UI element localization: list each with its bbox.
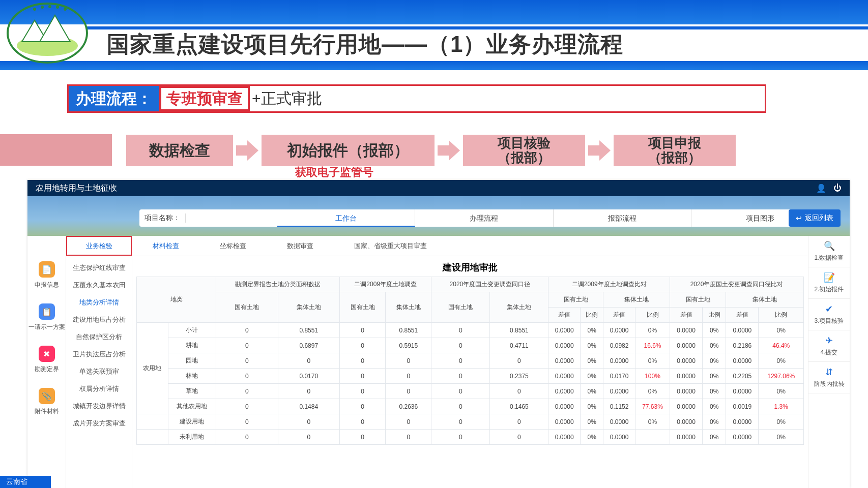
action-icon: ✈ [825,335,833,346]
svg-point-7 [56,6,59,9]
rail1-icon: 📋 [39,303,55,320]
flow-bar: 办理流程： 专班预审查 +正式审批 [67,84,766,113]
action-3[interactable]: ✈4.提交 [808,330,850,362]
header-controls: 👤 ⏻ [816,184,842,193]
project-name-label: 项目名称： [139,214,186,223]
rail1-item-1[interactable]: 📋一请示一方案 [28,303,65,331]
menu-item-4[interactable]: 自然保护区分析 [66,328,132,346]
step-3b: （报部） [498,150,551,165]
return-icon: ↩ [796,214,802,222]
table-scroll[interactable]: 地类勘测定界报告土地分类面积数据二调2009年度土地调查2020年度国土变更调查… [132,277,808,488]
step-1: 数据检查 [126,135,233,166]
sky-area: 项目名称： 工作台办理流程报部流程项目图形 ↩ 返回列表 [27,196,850,236]
svg-point-8 [64,8,67,11]
step-3: 项目核验 （报部） [463,135,585,166]
nav-tab-2[interactable]: 报部流程 [554,209,691,227]
side-menu: 业务检验 生态保护红线审查压覆永久基本农田地类分析详情建设用地压占分析自然保护区… [66,236,132,488]
rail1-item-2[interactable]: ✖勘测定界 [35,346,59,374]
content-tabs: 材料检查坐标检查数据审查国家、省级重大项目审查 [132,236,808,256]
rail1-icon: 📎 [39,388,55,404]
action-1[interactable]: 📝2.初始报件 [808,267,850,299]
action-icon: 🔍 [824,240,835,252]
rail1-label: 申报信息 [35,281,59,289]
menu-item-0[interactable]: 生态保护红线审查 [66,259,132,277]
nav-tabs: 工作台办理流程报部流程项目图形 [277,209,829,227]
app-header: 农用地转用与土地征收 👤 ⏻ [27,180,850,196]
nav-bar: 项目名称： 工作台办理流程报部流程项目图形 [139,209,829,227]
step-4: 项目申报 （报部） [614,135,736,166]
table-title: 建设用地审批 [132,256,808,277]
menu-item-5[interactable]: 卫片执法压占分析 [66,346,132,363]
rail1-item-0[interactable]: 📄申报信息 [35,261,59,289]
action-label: 1.数据检查 [814,254,844,262]
flow-highlight: 专班预审查 [159,86,250,111]
left-rail: 📄申报信息📋一请示一方案✖勘测定界📎附件材料 [27,236,66,488]
return-button[interactable]: ↩ 返回列表 [789,209,841,227]
step-2: 初始报件（报部） [262,135,435,166]
menu-item-3[interactable]: 建设用地压占分析 [66,311,132,328]
arrow-icon [438,140,460,161]
rail1-item-3[interactable]: 📎附件材料 [35,388,59,416]
menu-item-6[interactable]: 单选关联预审 [66,363,132,380]
rail1-icon: ✖ [39,346,55,362]
flow-content: 专班预审查 +正式审批 [159,86,765,111]
content-tab-1[interactable]: 坐标检查 [199,236,267,256]
action-0[interactable]: 🔍1.数据检查 [808,236,850,267]
rail1-label: 勘测定界 [35,365,59,374]
page-title: 国家重点建设项目先行用地——（1）业务办理流程 [107,29,623,59]
action-icon: 📝 [824,272,835,283]
data-table: 地类勘测定界报告土地分类面积数据二调2009年度土地调查2020年度国土变更调查… [136,277,804,445]
svg-point-5 [41,6,44,9]
banner: 国家重点建设项目先行用地——（1）业务办理流程 [0,0,868,71]
action-2[interactable]: ✔3.项目核验 [808,299,850,330]
user-icon[interactable]: 👤 [816,184,826,193]
menu-tabs: 业务检验 [66,236,132,256]
rail1-label: 附件材料 [35,407,59,416]
svg-marker-3 [40,15,70,42]
step-4a: 项目申报 [648,136,701,150]
flow-label: 办理流程： [69,86,159,111]
app-window: 农用地转用与土地征收 👤 ⏻ 项目名称： 工作台办理流程报部流程项目图形 ↩ 返… [27,180,850,488]
action-label: 4.提交 [820,348,837,357]
svg-point-6 [48,5,51,8]
menu-item-9[interactable]: 成片开发方案审查 [66,415,132,432]
action-icon: ✔ [825,303,833,315]
action-icon: ⇵ [825,367,833,378]
app-body: 📄申报信息📋一请示一方案✖勘测定界📎附件材料 业务检验 生态保护红线审查压覆永久… [27,236,850,488]
rail1-label: 一请示一方案 [28,323,65,331]
right-rail: 🔍1.数据检查📝2.初始报件✔3.项目核验✈4.提交⇵阶段内批转 [808,236,850,488]
nav-tab-1[interactable]: 办理流程 [415,209,553,227]
menu-item-2[interactable]: 地类分析详情 [66,294,132,311]
step-env-label [0,134,112,166]
flow-rest: +正式审批 [252,88,322,109]
action-label: 阶段内批转 [814,380,845,388]
power-icon[interactable]: ⏻ [833,184,842,193]
action-4[interactable]: ⇵阶段内批转 [808,362,850,393]
menu-item-1[interactable]: 压覆永久基本农田 [66,277,132,294]
steps-row: 数据检查 初始报件（报部） 项目核验 （报部） 项目申报 （报部） [0,130,868,171]
action-label: 3.项目核验 [814,317,844,325]
rail1-icon: 📄 [39,261,55,278]
return-label: 返回列表 [805,214,833,223]
arrow-icon [236,140,258,161]
menu-tab-active[interactable]: 业务检验 [66,236,132,256]
action-label: 2.初始报件 [814,285,844,294]
step-3a: 项目核验 [498,136,551,150]
nav-tab-0[interactable]: 工作台 [277,209,415,227]
main-panel: 材料检查坐标检查数据审查国家、省级重大项目审查 建设用地审批 地类勘测定界报告土… [132,236,808,488]
logo-icon [4,0,91,66]
content-tab-3[interactable]: 国家、省级重大项目审查 [334,236,447,256]
footer: 云南省 [0,476,51,488]
banner-bar [0,0,868,24]
svg-point-4 [33,8,36,11]
banner-bottombar [0,61,868,70]
menu-list: 生态保护红线审查压覆永久基本农田地类分析详情建设用地压占分析自然保护区分析卫片执… [66,256,132,435]
arrow-icon [588,140,611,161]
content-tab-0[interactable]: 材料检查 [132,236,199,256]
app-title: 农用地转用与土地征收 [36,183,117,194]
step-4b: （报部） [648,150,701,165]
step-2-note: 获取电子监管号 [295,165,373,180]
content-tab-2[interactable]: 数据审查 [267,236,334,256]
menu-item-7[interactable]: 权属分析详情 [66,380,132,398]
menu-item-8[interactable]: 城镇开发边界详情 [66,398,132,415]
